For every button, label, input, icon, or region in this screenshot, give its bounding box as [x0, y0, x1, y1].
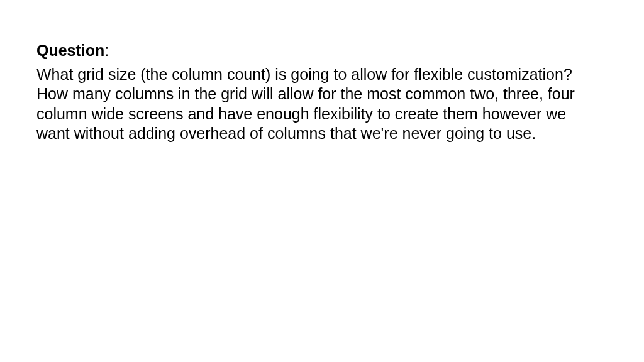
- question-separator: :: [104, 41, 109, 59]
- question-body: What grid size (the column count) is goi…: [36, 65, 584, 144]
- question-label: Question: [36, 41, 104, 59]
- question-heading: Question:: [36, 40, 608, 61]
